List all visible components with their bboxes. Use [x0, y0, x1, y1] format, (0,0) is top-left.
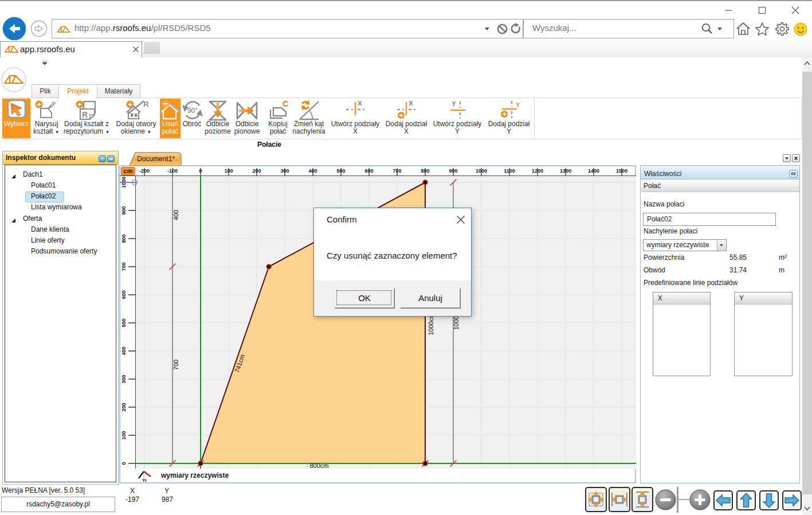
svg-text:100: 100 [224, 168, 233, 174]
svg-text:700: 700 [172, 360, 179, 370]
svg-text:400: 400 [172, 210, 179, 220]
svg-text:1500: 1500 [616, 168, 627, 174]
svg-text:700: 700 [121, 262, 127, 271]
svg-text:1400: 1400 [588, 168, 599, 174]
svg-text:900: 900 [449, 168, 457, 174]
svg-text:X: X [358, 100, 362, 107]
svg-text:700: 700 [393, 168, 401, 174]
svg-text:600: 600 [364, 168, 373, 174]
svg-text:0: 0 [121, 462, 127, 465]
svg-text:C: C [283, 100, 288, 108]
svg-text:Y: Y [452, 100, 456, 107]
svg-text:500: 500 [121, 318, 127, 327]
svg-text:-200: -200 [139, 168, 150, 174]
svg-text:800: 800 [121, 234, 127, 243]
svg-text:R: R [82, 110, 88, 119]
svg-text:600: 600 [121, 290, 127, 299]
svg-text:90°: 90° [187, 107, 198, 115]
svg-text:200: 200 [252, 168, 261, 174]
svg-text:X: X [409, 100, 413, 107]
svg-text:400: 400 [308, 168, 317, 174]
svg-text:1000: 1000 [476, 168, 487, 174]
svg-text:300: 300 [280, 168, 289, 174]
svg-text:Document1*: Document1* [137, 155, 175, 163]
svg-text:1200: 1200 [532, 168, 543, 174]
svg-text:Y: Y [516, 102, 520, 108]
svg-text:Yr: Yr [142, 478, 147, 482]
svg-text:400: 400 [121, 346, 127, 355]
svg-text:1300: 1300 [560, 168, 571, 174]
svg-text:100: 100 [121, 431, 127, 439]
svg-text:-100: -100 [167, 168, 178, 174]
svg-text:900: 900 [121, 206, 127, 214]
svg-text:500: 500 [336, 168, 345, 174]
svg-text:1000: 1000 [453, 316, 460, 330]
svg-text:800: 800 [421, 168, 429, 174]
svg-text:R: R [143, 100, 149, 108]
svg-text:0: 0 [199, 168, 202, 174]
svg-text:800cm: 800cm [309, 462, 328, 469]
svg-text:200: 200 [121, 403, 127, 411]
svg-text:1100: 1100 [504, 168, 515, 174]
svg-text:300: 300 [121, 374, 127, 383]
